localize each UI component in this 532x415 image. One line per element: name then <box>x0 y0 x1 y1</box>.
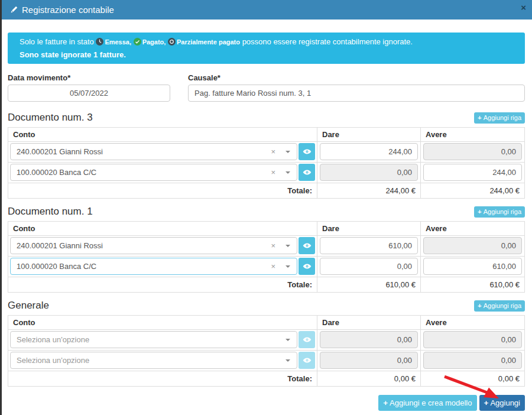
eye-icon <box>303 356 312 365</box>
data-movimento-field-group: Data movimento* <box>8 74 170 102</box>
eye-icon <box>303 168 312 177</box>
modal-backdrop-edge <box>0 0 2 415</box>
eye-icon <box>303 262 312 271</box>
conto-select[interactable]: 100.000020 Banca C/C × <box>10 258 297 275</box>
column-header-conto: Conto <box>8 128 317 142</box>
info-alert: Solo le fatture in stato Emessa, Pagato,… <box>8 33 525 64</box>
eye-icon <box>303 241 312 250</box>
avere-input <box>423 237 522 254</box>
column-header-avere: Avere <box>421 316 525 330</box>
rows-table: Conto Dare Avere 240.000201 Gianni Rossi… <box>8 127 525 199</box>
avere-input[interactable] <box>423 258 522 275</box>
table-row: 100.000020 Banca C/C × <box>8 257 525 277</box>
status-parzialmente-pagato: Parzialmente pagato <box>168 38 240 46</box>
status-emessa: Emessa, <box>96 38 131 46</box>
conto-select[interactable]: Seleziona un'opzione <box>10 352 297 369</box>
column-header-avere: Avere <box>421 222 525 236</box>
aggiungi-e-crea-modello-button[interactable]: +Aggiungi e crea modello <box>378 395 476 411</box>
totals-row: Totale: 0,00 € 0,00 € <box>8 371 525 387</box>
eye-icon <box>303 335 312 344</box>
totale-dare: 244,00 € <box>317 183 421 199</box>
data-movimento-label: Data movimento* <box>8 74 170 82</box>
view-account-button[interactable] <box>299 331 315 348</box>
clear-selection-icon[interactable]: × <box>271 241 275 250</box>
dare-input[interactable] <box>320 143 418 160</box>
check-icon <box>134 38 141 46</box>
totale-label: Totale: <box>8 371 317 387</box>
close-icon[interactable]: × <box>521 3 526 12</box>
chevron-down-icon <box>286 151 290 153</box>
avere-input[interactable] <box>423 164 522 181</box>
avere-input <box>423 143 522 160</box>
totale-dare: 0,00 € <box>317 371 421 387</box>
table-row: Seleziona un'opzione <box>8 351 525 371</box>
conto-select[interactable]: 240.000201 Gianni Rossi × <box>10 237 297 254</box>
clear-selection-icon[interactable]: × <box>271 168 275 177</box>
clear-selection-icon[interactable]: × <box>271 147 275 156</box>
aggiungi-button[interactable]: +Aggiungi <box>479 395 525 411</box>
alert-line1: Solo le fatture in stato Emessa, Pagato,… <box>20 35 513 48</box>
aggiungi-riga-button[interactable]: +Aggiungi riga <box>474 112 525 124</box>
clock-icon <box>96 38 103 46</box>
dare-input <box>320 331 418 348</box>
plus-icon: + <box>478 114 482 121</box>
conto-select[interactable]: 100.000020 Banca C/C × <box>10 164 297 181</box>
chevron-down-icon <box>286 265 290 268</box>
column-header-dare: Dare <box>317 128 421 142</box>
totale-dare: 610,00 € <box>317 277 421 293</box>
aggiungi-riga-button[interactable]: +Aggiungi riga <box>474 300 525 312</box>
view-account-button[interactable] <box>299 164 315 181</box>
status-pagato: Pagato, <box>134 38 166 46</box>
table-row: 240.000201 Gianni Rossi × <box>8 236 525 257</box>
view-account-button[interactable] <box>299 143 315 160</box>
view-account-button[interactable] <box>299 237 315 254</box>
column-header-dare: Dare <box>317 222 421 236</box>
column-header-conto: Conto <box>8 316 317 330</box>
data-movimento-input[interactable] <box>8 85 170 102</box>
totale-label: Totale: <box>8 183 317 199</box>
view-account-button[interactable] <box>299 258 315 275</box>
conto-select[interactable]: 240.000201 Gianni Rossi × <box>10 143 297 160</box>
table-row: 240.000201 Gianni Rossi × <box>8 142 525 163</box>
modal-header: Registrazione contabile × <box>2 0 532 20</box>
totale-avere: 610,00 € <box>421 277 525 293</box>
pencil-icon <box>10 6 18 14</box>
totale-label: Totale: <box>8 277 317 293</box>
column-header-avere: Avere <box>421 128 525 142</box>
chevron-down-icon <box>286 245 290 247</box>
aggiungi-riga-button[interactable]: +Aggiungi riga <box>474 206 525 218</box>
eye-icon <box>303 147 312 156</box>
clear-selection-icon[interactable]: × <box>271 262 275 271</box>
causale-field-group: Causale* <box>188 74 525 102</box>
section-title: Generale <box>8 300 49 312</box>
dare-input <box>320 164 418 181</box>
chevron-down-icon <box>286 359 290 362</box>
causale-input[interactable] <box>188 85 525 102</box>
section-2: Generale +Aggiungi riga Conto Dare Avere… <box>8 299 525 387</box>
column-header-dare: Dare <box>317 316 421 330</box>
section-title: Documento num. 3 <box>8 112 93 124</box>
table-row: Seleziona un'opzione <box>8 330 525 351</box>
avere-input <box>423 331 522 348</box>
dare-input[interactable] <box>320 258 418 275</box>
totale-avere: 0,00 € <box>421 371 525 387</box>
dare-input <box>320 352 418 369</box>
dare-input[interactable] <box>320 237 418 254</box>
view-account-button[interactable] <box>299 352 315 369</box>
totale-avere: 244,00 € <box>421 183 525 199</box>
rows-table: Conto Dare Avere Seleziona un'opzione <box>8 315 525 387</box>
chevron-down-icon <box>286 171 290 174</box>
plus-icon: + <box>484 398 489 407</box>
table-row: 100.000020 Banca C/C × <box>8 163 525 183</box>
modal-title: Registrazione contabile <box>22 5 114 15</box>
registrazione-contabile-modal: Registrazione contabile × Solo le fattur… <box>2 0 532 411</box>
totals-row: Totale: 244,00 € 244,00 € <box>8 183 525 199</box>
alert-line2: Sono state ignorate 1 fatture. <box>20 48 513 61</box>
plus-icon: + <box>383 398 388 407</box>
causale-label: Causale* <box>188 74 525 82</box>
conto-select[interactable]: Seleziona un'opzione <box>10 331 297 348</box>
rows-table: Conto Dare Avere 240.000201 Gianni Rossi… <box>8 221 525 293</box>
section-1: Documento num. 1 +Aggiungi riga Conto Da… <box>8 205 525 293</box>
chevron-down-icon <box>286 339 290 341</box>
plus-icon: + <box>478 302 482 309</box>
